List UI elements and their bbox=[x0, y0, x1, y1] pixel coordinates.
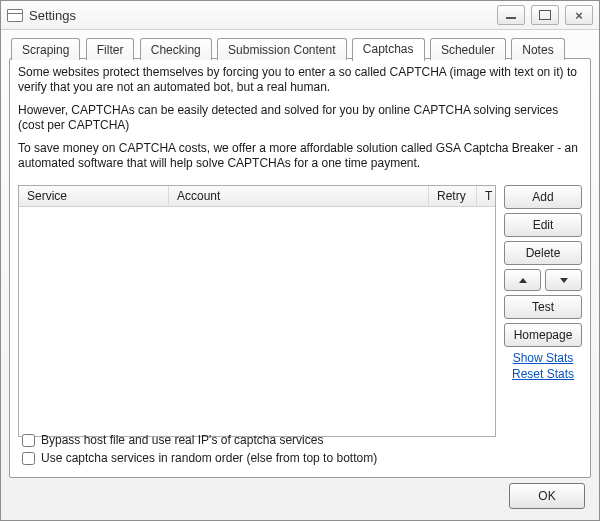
move-up-button[interactable] bbox=[504, 269, 541, 291]
settings-window: Settings × Scraping Filter Checking Subm… bbox=[0, 0, 600, 521]
captchas-content-row: Service Account Retry T Add Edit Delete bbox=[18, 185, 582, 437]
titlebar: Settings × bbox=[1, 1, 599, 30]
ok-button[interactable]: OK bbox=[509, 483, 585, 509]
bypass-host-checkbox-row[interactable]: Bypass host file and use real IP's of ca… bbox=[22, 431, 578, 449]
tab-page-captchas: Some websites protect themselves by forc… bbox=[9, 58, 591, 478]
col-t[interactable]: T bbox=[477, 186, 495, 206]
captchas-para3: To save money on CAPTCHA costs, we offer… bbox=[18, 141, 582, 171]
window-title: Settings bbox=[29, 8, 497, 23]
edit-button[interactable]: Edit bbox=[504, 213, 582, 237]
close-icon: × bbox=[575, 9, 583, 22]
maximize-icon bbox=[539, 10, 551, 20]
arrow-down-icon bbox=[560, 278, 568, 283]
random-order-label: Use captcha services in random order (el… bbox=[41, 451, 377, 465]
minimize-button[interactable] bbox=[497, 5, 525, 25]
mail-icon bbox=[7, 9, 23, 22]
col-retry[interactable]: Retry bbox=[429, 186, 477, 206]
captchas-side-buttons: Add Edit Delete Test Homepage Show Stats… bbox=[504, 185, 582, 437]
captchas-description: Some websites protect themselves by forc… bbox=[18, 65, 582, 171]
bypass-host-checkbox[interactable] bbox=[22, 434, 35, 447]
tab-strip: Scraping Filter Checking Submission Cont… bbox=[11, 37, 591, 59]
table-header: Service Account Retry T bbox=[19, 186, 495, 207]
show-stats-link[interactable]: Show Stats bbox=[504, 351, 582, 365]
client-area: Scraping Filter Checking Submission Cont… bbox=[5, 29, 595, 516]
arrow-up-icon bbox=[519, 278, 527, 283]
minimize-icon bbox=[506, 17, 516, 19]
random-order-checkbox-row[interactable]: Use captcha services in random order (el… bbox=[22, 449, 578, 467]
dialog-footer: OK bbox=[9, 480, 591, 512]
bypass-host-label: Bypass host file and use real IP's of ca… bbox=[41, 433, 323, 447]
add-button[interactable]: Add bbox=[504, 185, 582, 209]
random-order-checkbox[interactable] bbox=[22, 452, 35, 465]
captchas-checkboxes: Bypass host file and use real IP's of ca… bbox=[22, 431, 578, 467]
maximize-button[interactable] bbox=[531, 5, 559, 25]
tab-scraping[interactable]: Scraping bbox=[11, 38, 80, 60]
tab-scheduler[interactable]: Scheduler bbox=[430, 38, 506, 60]
test-button[interactable]: Test bbox=[504, 295, 582, 319]
move-down-button[interactable] bbox=[545, 269, 582, 291]
homepage-button[interactable]: Homepage bbox=[504, 323, 582, 347]
tab-notes[interactable]: Notes bbox=[511, 38, 564, 60]
captcha-services-table[interactable]: Service Account Retry T bbox=[18, 185, 496, 437]
move-buttons-row bbox=[504, 269, 582, 291]
reset-stats-link[interactable]: Reset Stats bbox=[504, 367, 582, 381]
captchas-panel: Some websites protect themselves by forc… bbox=[16, 65, 584, 471]
col-account[interactable]: Account bbox=[169, 186, 429, 206]
table-body-empty bbox=[19, 207, 495, 436]
captchas-para1: Some websites protect themselves by forc… bbox=[18, 65, 582, 95]
tab-submission-content[interactable]: Submission Content bbox=[217, 38, 346, 60]
col-service[interactable]: Service bbox=[19, 186, 169, 206]
captchas-para2: However, CAPTCHAs can be easily detected… bbox=[18, 103, 582, 133]
close-button[interactable]: × bbox=[565, 5, 593, 25]
window-controls: × bbox=[497, 5, 593, 25]
tab-checking[interactable]: Checking bbox=[140, 38, 212, 60]
tab-filter[interactable]: Filter bbox=[86, 38, 135, 60]
delete-button[interactable]: Delete bbox=[504, 241, 582, 265]
tab-captchas[interactable]: Captchas bbox=[352, 38, 425, 61]
